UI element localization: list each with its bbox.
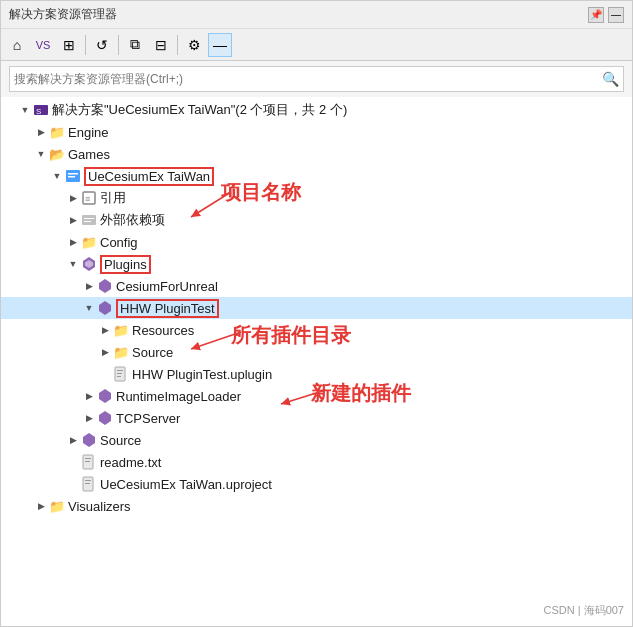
source-hhw-expander[interactable] [97,344,113,360]
source-main-expander[interactable] [65,432,81,448]
toolbar: ⌂ VS ⊞ ↺ ⧉ ⊟ ⚙ — [1,29,632,61]
solution-explorer-window: 解决方案资源管理器 📌 — ⌂ VS ⊞ ↺ ⧉ ⊟ ⚙ — 🔍 [0,0,633,627]
source-hhw-icon: 📁 [113,344,129,360]
hhw-expander[interactable] [81,300,97,316]
engine-expander[interactable] [33,124,49,140]
waibu-label: 外部依赖项 [100,211,165,229]
tree-item-resources[interactable]: 📁 Resources [1,319,632,341]
svg-text:≡: ≡ [85,194,90,204]
engine-label: Engine [68,125,108,140]
uecesiumex-icon [65,168,81,184]
source-hhw-label: Source [132,345,173,360]
resources-expander[interactable] [97,322,113,338]
uplugin-expander [97,366,113,382]
yinyong-icon: ≡ [81,190,97,206]
tree-item-hhw[interactable]: HHW PluginTest [1,297,632,319]
tree-item-readme[interactable]: readme.txt [1,451,632,473]
tree-item-yinyong[interactable]: ≡ 引用 [1,187,632,209]
tree-item-source-main[interactable]: Source [1,429,632,451]
hhw-label: HHW PluginTest [116,299,219,318]
svg-rect-7 [82,215,96,225]
yinyong-expander[interactable] [65,190,81,206]
separator-1 [85,35,86,55]
tree-item-uproject[interactable]: UeCesiumEx TaiWan.uproject [1,473,632,495]
uecesiumex-label: UeCesiumEx TaiWan [84,167,214,186]
uplugin-label: HHW PluginTest.uplugin [132,367,272,382]
root-expander[interactable] [17,102,33,118]
cesium-label: CesiumForUnreal [116,279,218,294]
visualizers-expander[interactable] [33,498,49,514]
tree-item-waibu[interactable]: 外部依赖项 [1,209,632,231]
games-label: Games [68,147,110,162]
tree-item-uecesiumex[interactable]: UeCesiumEx TaiWan [1,165,632,187]
tree-item-plugins[interactable]: Plugins [1,253,632,275]
svg-rect-15 [117,370,123,371]
tree-item-visualizers[interactable]: 📁 Visualizers [1,495,632,517]
readme-label: readme.txt [100,455,161,470]
svg-rect-22 [85,458,91,459]
settings-button[interactable]: ⚙ [182,33,206,57]
search-bar[interactable]: 🔍 [9,66,624,92]
svg-marker-13 [99,301,111,315]
svg-rect-23 [85,461,90,462]
back-button[interactable]: ↺ [90,33,114,57]
minimize-button[interactable]: — [608,7,624,23]
svg-rect-3 [68,173,78,175]
solution-root[interactable]: S 解决方案"UeCesiumEx TaiWan"(2 个项目，共 2 个) [1,99,632,121]
cesium-expander[interactable] [81,278,97,294]
svg-rect-25 [85,480,91,481]
separator-3 [177,35,178,55]
tcpserver-expander[interactable] [81,410,97,426]
svg-marker-19 [99,411,111,425]
svg-text:S: S [36,107,41,116]
visualizers-icon: 📁 [49,498,65,514]
uecesiumex-expander[interactable] [49,168,65,184]
solution-icon: S [33,102,49,118]
copy-button[interactable]: ⧉ [123,33,147,57]
tree-item-games[interactable]: 📂 Games [1,143,632,165]
readme-icon [81,454,97,470]
tree-item-runtimeimage[interactable]: RuntimeImageLoader [1,385,632,407]
yinyong-label: 引用 [100,189,126,207]
search-input[interactable] [14,72,602,86]
tree-item-tcpserver[interactable]: TCPServer [1,407,632,429]
uproject-icon [81,476,97,492]
view-button[interactable]: ⊞ [57,33,81,57]
copy2-button[interactable]: ⊟ [149,33,173,57]
visualizers-label: Visualizers [68,499,131,514]
search-container: 🔍 [1,61,632,97]
tree-item-source-hhw[interactable]: 📁 Source [1,341,632,363]
hhw-plugin-icon [97,300,113,316]
home-button[interactable]: ⌂ [5,33,29,57]
config-label: Config [100,235,138,250]
toggle-button[interactable]: — [208,33,232,57]
resources-icon: 📁 [113,322,129,338]
uplugin-icon [113,366,129,382]
svg-marker-12 [99,279,111,293]
svg-marker-18 [99,389,111,403]
tree-item-engine[interactable]: 📁 Engine [1,121,632,143]
svg-rect-9 [84,221,91,222]
readme-expander [65,454,81,470]
vs-button[interactable]: VS [31,33,55,57]
runtimeimage-label: RuntimeImageLoader [116,389,241,404]
tree-item-uplugin[interactable]: HHW PluginTest.uplugin [1,363,632,385]
svg-rect-17 [117,376,121,377]
engine-folder-icon: 📁 [49,124,65,140]
plugins-label: Plugins [100,255,151,274]
uproject-expander [65,476,81,492]
waibu-expander[interactable] [65,212,81,228]
cesium-icon [97,278,113,294]
plugins-expander[interactable] [65,256,81,272]
source-main-icon [81,432,97,448]
svg-marker-20 [83,433,95,447]
plugins-icon [81,256,97,272]
config-expander[interactable] [65,234,81,250]
pin-button[interactable]: 📌 [588,7,604,23]
games-expander[interactable] [33,146,49,162]
window-title: 解决方案资源管理器 [9,6,117,23]
tree-item-config[interactable]: 📁 Config [1,231,632,253]
title-bar: 解决方案资源管理器 📌 — [1,1,632,29]
tree-item-cesium[interactable]: CesiumForUnreal [1,275,632,297]
runtimeimage-expander[interactable] [81,388,97,404]
